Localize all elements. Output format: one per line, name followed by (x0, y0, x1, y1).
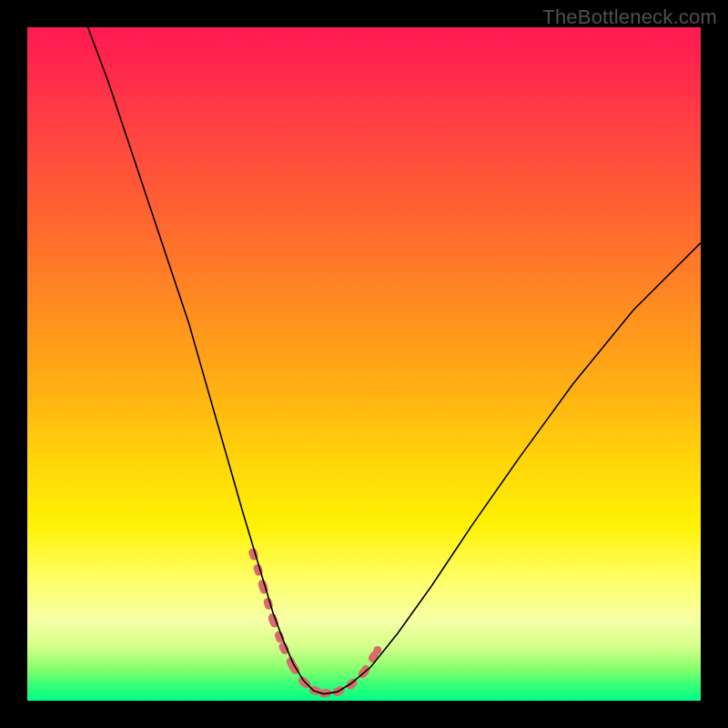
chart-frame: TheBottleneck.com (0, 0, 728, 728)
marker-segment (273, 620, 283, 647)
marker-segment (253, 552, 263, 586)
plot-area (27, 27, 701, 701)
marker-segment (263, 586, 273, 620)
bottleneck-curve (88, 27, 701, 694)
watermark-text: TheBottleneck.com (542, 5, 717, 29)
curve-svg (27, 27, 701, 701)
